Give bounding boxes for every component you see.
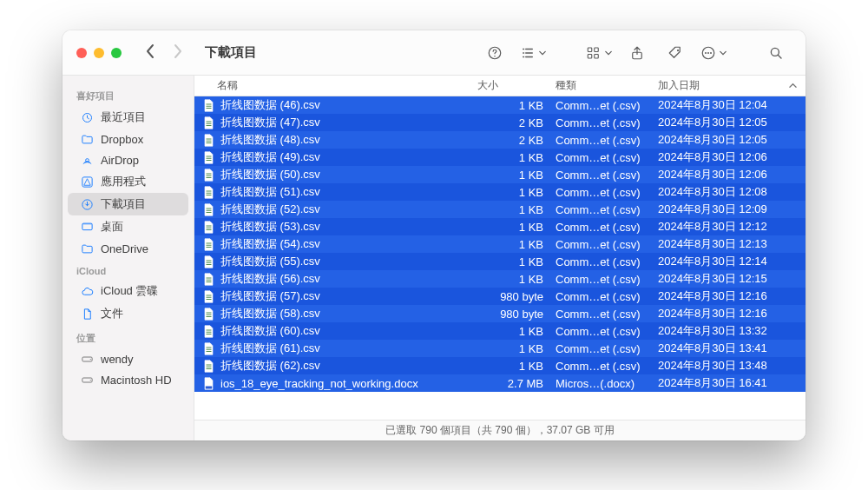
forward-button[interactable]: [172, 43, 184, 62]
minimize-window-button[interactable]: [94, 48, 104, 58]
file-icon: [201, 272, 215, 286]
file-row[interactable]: 折线图数据 (47).csv2 KBComm…et (.csv)2024年8月3…: [194, 114, 806, 131]
file-icon: [201, 168, 215, 182]
file-kind: Comm…et (.csv): [556, 151, 658, 164]
file-row[interactable]: 折线图数据 (51).csv1 KBComm…et (.csv)2024年8月3…: [194, 183, 806, 201]
file-date: 2024年8月30日 12:14: [658, 254, 806, 269]
file-row[interactable]: 折线图数据 (53).csv1 KBComm…et (.csv)2024年8月3…: [194, 218, 806, 235]
help-button[interactable]: [479, 41, 510, 65]
file-kind: Comm…et (.csv): [556, 325, 658, 338]
file-row[interactable]: 折线图数据 (62).csv1 KBComm…et (.csv)2024年8月3…: [194, 357, 806, 374]
file-row[interactable]: ios_18_eye_tracking_not_working.docx2.7 …: [194, 374, 806, 392]
file-size: 1 KB: [477, 186, 556, 199]
svg-rect-3: [588, 54, 592, 58]
desktop-icon: [80, 220, 94, 234]
chevron-down-icon: [718, 46, 727, 59]
file-date: 2024年8月30日 12:16: [658, 288, 806, 304]
file-date: 2024年8月30日 12:12: [658, 219, 806, 235]
main-panel: 名稱 大小 種類 加入日期 折线图数据 (46).csv1 KBComm…et …: [194, 76, 806, 440]
file-size: 1 KB: [477, 203, 556, 216]
file-row[interactable]: 折线图数据 (57).csv980 byteComm…et (.csv)2024…: [194, 288, 806, 305]
disk-icon: [80, 352, 94, 366]
zoom-window-button[interactable]: [111, 48, 122, 58]
sidebar-item[interactable]: 最近項目: [68, 106, 188, 129]
svg-rect-18: [82, 223, 91, 225]
file-icon: [201, 133, 215, 147]
sidebar-item[interactable]: 文件: [68, 302, 188, 325]
download-icon: [80, 197, 94, 211]
column-name[interactable]: 名稱: [217, 78, 477, 93]
file-kind: Comm…et (.csv): [556, 255, 658, 268]
file-row[interactable]: 折线图数据 (46).csv1 KBComm…et (.csv)2024年8月3…: [194, 96, 806, 114]
file-kind: Micros…(.docx): [556, 377, 658, 390]
chevron-down-icon: [603, 46, 612, 59]
sort-indicator-icon: [789, 80, 797, 92]
file-list[interactable]: 折线图数据 (46).csv1 KBComm…et (.csv)2024年8月3…: [194, 96, 806, 420]
column-size[interactable]: 大小: [477, 78, 556, 93]
folder-icon: [80, 132, 94, 146]
svg-rect-23: [205, 386, 212, 388]
svg-point-10: [707, 52, 709, 54]
column-date[interactable]: 加入日期: [658, 78, 806, 93]
file-icon: [201, 289, 215, 303]
file-date: 2024年8月30日 13:32: [658, 323, 806, 339]
view-mode-list-button[interactable]: [517, 41, 549, 65]
sidebar-section-label: 位置: [62, 325, 194, 348]
file-row[interactable]: 折线图数据 (56).csv1 KBComm…et (.csv)2024年8月3…: [194, 270, 806, 288]
tags-button[interactable]: [660, 41, 691, 65]
file-size: 1 KB: [477, 221, 556, 234]
file-size: 1 KB: [477, 169, 556, 182]
file-row[interactable]: 折线图数据 (52).csv1 KBComm…et (.csv)2024年8月3…: [194, 201, 806, 218]
file-kind: Comm…et (.csv): [556, 342, 658, 355]
file-row[interactable]: 折线图数据 (50).csv1 KBComm…et (.csv)2024年8月3…: [194, 166, 806, 183]
group-by-button[interactable]: [583, 41, 615, 65]
sidebar-item[interactable]: 應用程式: [68, 170, 188, 193]
file-name: 折线图数据 (47).csv: [220, 115, 477, 130]
svg-rect-5: [595, 54, 599, 58]
file-icon: [201, 237, 215, 251]
sidebar-item-label: 下載項目: [101, 196, 146, 212]
sidebar-item[interactable]: AirDrop: [68, 149, 188, 170]
file-size: 980 byte: [477, 290, 556, 303]
sidebar-item[interactable]: OneDrive: [68, 238, 188, 259]
file-icon: [201, 341, 215, 355]
file-size: 1 KB: [477, 99, 556, 112]
close-window-button[interactable]: [76, 48, 87, 58]
back-button[interactable]: [144, 43, 156, 62]
search-button[interactable]: [760, 41, 792, 65]
sidebar-item-label: 文件: [101, 306, 123, 321]
file-kind: Comm…et (.csv): [556, 169, 658, 182]
file-row[interactable]: 折线图数据 (49).csv1 KBComm…et (.csv)2024年8月3…: [194, 149, 806, 166]
file-row[interactable]: 折线图数据 (61).csv1 KBComm…et (.csv)2024年8月3…: [194, 340, 806, 357]
share-button[interactable]: [621, 41, 653, 65]
file-size: 1 KB: [477, 255, 556, 268]
file-row[interactable]: 折线图数据 (54).csv1 KBComm…et (.csv)2024年8月3…: [194, 235, 806, 253]
column-kind[interactable]: 種類: [556, 78, 658, 93]
svg-point-11: [710, 52, 712, 54]
sidebar-item[interactable]: iCloud 雲碟: [68, 280, 188, 302]
file-size: 1 KB: [477, 273, 556, 286]
file-kind: Comm…et (.csv): [556, 203, 658, 216]
svg-rect-4: [595, 48, 599, 52]
file-kind: Comm…et (.csv): [556, 186, 658, 199]
file-kind: Comm…et (.csv): [556, 99, 658, 112]
sidebar-item[interactable]: 桌面: [68, 215, 188, 238]
file-icon: [201, 98, 215, 112]
sidebar-item-label: 最近項目: [101, 109, 146, 125]
file-row[interactable]: 折线图数据 (60).csv1 KBComm…et (.csv)2024年8月3…: [194, 322, 806, 340]
sidebar-item[interactable]: Dropbox: [68, 129, 188, 149]
file-icon: [201, 359, 215, 373]
sidebar-item-label: OneDrive: [101, 242, 148, 255]
sidebar-item[interactable]: 下載項目: [68, 193, 188, 215]
file-row[interactable]: 折线图数据 (58).csv980 byteComm…et (.csv)2024…: [194, 305, 806, 322]
file-name: ios_18_eye_tracking_not_working.docx: [220, 377, 477, 390]
file-row[interactable]: 折线图数据 (48).csv2 KBComm…et (.csv)2024年8月3…: [194, 131, 806, 149]
file-row[interactable]: 折线图数据 (55).csv1 KBComm…et (.csv)2024年8月3…: [194, 253, 806, 270]
file-size: 2 KB: [477, 134, 556, 147]
action-menu-button[interactable]: [698, 41, 729, 65]
file-date: 2024年8月30日 13:41: [658, 341, 806, 356]
sidebar-item[interactable]: Macintosh HD: [68, 369, 188, 390]
sidebar-item[interactable]: wendy: [68, 348, 188, 369]
file-icon: [201, 220, 215, 234]
file-size: 2 KB: [477, 116, 556, 129]
